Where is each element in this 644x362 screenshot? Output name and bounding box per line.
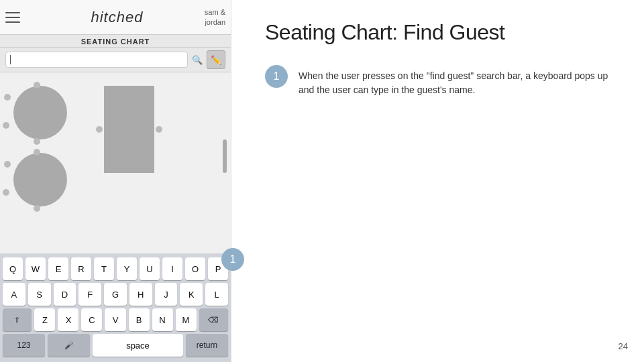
keyboard-row-2: A S D F G H J K L (3, 283, 228, 306)
seat-dot (34, 149, 40, 156)
key-shift[interactable]: ⇧ (3, 308, 32, 331)
table-rectangle (104, 86, 154, 173)
seat-dot (4, 161, 11, 168)
key-delete[interactable]: ⌫ (199, 308, 228, 331)
phone-callout-badge-1: 1 (221, 248, 244, 271)
key-n[interactable]: N (152, 308, 173, 331)
key-i[interactable]: I (162, 257, 182, 280)
key-v[interactable]: V (105, 308, 125, 331)
key-z[interactable]: Z (34, 308, 55, 331)
annotation-text-1: When the user presses on the "find guest… (299, 65, 617, 97)
keyboard-row-3: ⇧ Z X C V B N M ⌫ (3, 308, 228, 331)
key-h[interactable]: H (129, 283, 152, 306)
key-numbers[interactable]: 123 (3, 334, 45, 357)
key-b[interactable]: B (129, 308, 150, 331)
table-circle-top (13, 86, 67, 139)
key-s[interactable]: S (28, 283, 51, 306)
content-panel: Seating Chart: Find Guest 1 When the use… (231, 0, 644, 362)
seat-dot (34, 138, 40, 145)
text-cursor (10, 55, 11, 64)
table-circle-bottom (13, 153, 67, 206)
seat-dot (96, 126, 103, 133)
key-d[interactable]: D (54, 283, 76, 306)
key-o[interactable]: O (185, 257, 205, 280)
scroll-indicator (223, 139, 227, 173)
find-guest-search-bar[interactable] (5, 52, 188, 68)
key-mic[interactable]: 🎤 (48, 334, 90, 357)
keyboard-row-4: 123 🎤 space return (3, 334, 228, 357)
key-space[interactable]: space (93, 334, 183, 357)
keyboard: Q W E R T Y U I O P A S D F G H J K L ⇧ … (0, 253, 231, 362)
phone-mockup: hitched sam & jordan SEATING CHART 🔍 ✏️ (0, 0, 231, 362)
page-title: Seating Chart: Find Guest (265, 20, 617, 45)
key-q[interactable]: Q (3, 257, 23, 280)
key-u[interactable]: U (140, 257, 160, 280)
seat-dot (34, 205, 40, 212)
key-a[interactable]: A (3, 283, 25, 306)
key-k[interactable]: K (180, 283, 203, 306)
key-x[interactable]: X (58, 308, 78, 331)
seating-chart-label: SEATING CHART (0, 35, 231, 48)
annotation-item-1: 1 When the user presses on the "find gue… (265, 65, 617, 97)
hamburger-icon[interactable] (5, 8, 24, 27)
key-j[interactable]: J (155, 283, 178, 306)
key-c[interactable]: C (81, 308, 102, 331)
annotation-badge-1: 1 (265, 65, 288, 88)
user-name: sam & jordan (205, 7, 225, 27)
search-icon[interactable]: 🔍 (192, 55, 203, 65)
key-return[interactable]: return (186, 334, 228, 357)
key-m[interactable]: M (176, 308, 197, 331)
key-l[interactable]: L (205, 283, 228, 306)
key-f[interactable]: F (78, 283, 101, 306)
key-e[interactable]: E (48, 257, 68, 280)
seat-dot (34, 82, 40, 88)
key-g[interactable]: G (104, 283, 127, 306)
key-y[interactable]: Y (117, 257, 137, 280)
key-r[interactable]: R (71, 257, 91, 280)
edit-icon-button[interactable]: ✏️ (207, 50, 225, 69)
search-row: 🔍 ✏️ (0, 48, 231, 72)
app-title: hitched (30, 9, 205, 26)
seat-dot (3, 189, 9, 196)
seat-dot (3, 122, 9, 129)
phone-header: hitched sam & jordan (0, 0, 231, 35)
page-number: 24 (619, 341, 628, 351)
key-t[interactable]: T (94, 257, 114, 280)
key-w[interactable]: W (25, 257, 46, 280)
keyboard-row-1: Q W E R T Y U I O P (3, 257, 228, 280)
seating-canvas (0, 72, 231, 253)
seat-dot (4, 94, 11, 101)
seat-dot (156, 126, 162, 133)
